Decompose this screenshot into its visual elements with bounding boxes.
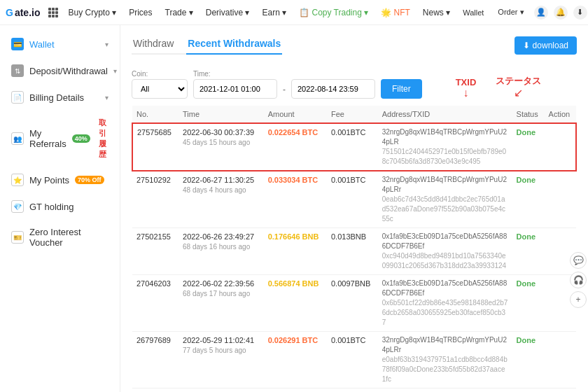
float-icons: 💬 🎧 + [570,252,587,308]
tab-withdraw[interactable]: Withdraw [132,34,175,55]
nav-copy-trading[interactable]: 📋 Copy Trading ▾ [295,6,372,19]
cell-amount: 4.388206 BNB [264,388,327,393]
main-content: Withdraw Recent Withdrawals ⬇ download C… [120,25,588,392]
bell-icon[interactable]: 🔔 [554,6,568,20]
nav-derivative[interactable]: Derivative ▾ [202,6,254,19]
float-headset-icon[interactable]: 🎧 [570,272,587,288]
sidebar-item-voucher[interactable]: 🎫 Zero Interest Voucher [0,220,120,255]
points-icon: ⭐ [11,174,24,186]
cell-time: 2022-06-30 00:37:39 45 days 15 hours ago [178,123,264,171]
table-row: 27046203 2022-06-02 22:39:56 68 days 17 … [132,275,576,332]
status-annotation-wrapper: ステータス ↙ [496,75,541,99]
top-nav: Gate.io Buy Crypto ▾ Prices Trade ▾ Deri… [0,0,588,25]
cell-txid: 32nrgDg8qxW1B4qTRBCpWrgmYPuU24pLR 751501… [378,123,512,171]
cell-action [545,388,576,393]
download-button[interactable]: ⬇ download [514,36,577,55]
sidebar-referral-label: My Referrals [29,128,66,149]
sidebar-item-points[interactable]: ⭐ My Points 70% Off [0,167,120,193]
cell-status: Done [512,275,545,332]
filter-dash: - [283,85,286,99]
header-row: Withdraw Recent Withdrawals ⬇ download [132,34,577,63]
cell-txid: 32nrgDg8qxW1B4qTRBCpWrgmYPuU24pLRr e0abf… [378,332,512,388]
wallet-arrow: ▾ [105,41,108,48]
cell-amount: 0.176646 BNB [264,228,327,275]
cell-time: 2022-06-26 23:49:27 68 days 16 hours ago [178,228,264,275]
col-action: Action [545,106,576,123]
nav-buy-crypto[interactable]: Buy Crypto ▾ [64,6,120,19]
filter-row: Coin: All BTC BNB Time: - Filter TXID [132,70,577,99]
cell-txid: 0x1fa9bE3cEb09D1a75ceDbA5256fA886DCDF7B6… [378,275,512,332]
cell-status: Done [512,171,545,228]
nav-order[interactable]: Order ▾ [493,6,528,18]
sidebar-item-deposit[interactable]: ⇅ Deposit/Withdrawal ▾ [0,57,120,84]
coin-label: Coin: [132,70,188,78]
referral-icon: 👥 [11,132,24,145]
sidebar-points-label: My Points [29,175,69,186]
cell-fee: 0.0097BNB [327,275,378,332]
sidebar-item-gt[interactable]: 💎 GT holding [0,193,120,220]
cell-fee: 0.001BTC [327,123,378,171]
nav-prices[interactable]: Prices [125,6,156,19]
table-row: 27575685 2022-06-30 00:37:39 45 days 15 … [132,123,576,171]
cell-no: 26647874 [132,388,178,393]
coin-select[interactable]: All BTC BNB [132,79,188,99]
billing-icon: 📄 [11,91,24,104]
layout: 💳 Wallet ▾ ⇅ Deposit/Withdrawal ▾ 📄 Bill… [0,25,588,392]
cell-time: 2022-05-29 11:02:41 77 days 5 hours ago [178,332,264,388]
download-icon[interactable]: ⬇ [573,6,587,20]
cell-txid: 0x1fa9bE3cEb09D1a75ceDbA5256fA886DCDF7B6… [378,388,512,393]
sidebar-voucher-label: Zero Interest Voucher [29,227,108,248]
time-label: Time: [193,70,277,78]
sidebar: 💳 Wallet ▾ ⇅ Deposit/Withdrawal ▾ 📄 Bill… [0,25,120,392]
col-amount: Amount [264,106,327,123]
wallet-icon: 💳 [11,38,24,50]
col-status: Status [512,106,545,123]
nav-news[interactable]: News ▾ [419,6,454,19]
nav-trade[interactable]: Trade ▾ [161,6,197,19]
sidebar-item-billing[interactable]: 📄 Billing Details ▾ [0,84,120,111]
sidebar-item-referrals[interactable]: 👥 My Referrals 40% 取引履歴 [0,111,120,167]
coin-filter-group: Coin: All BTC BNB [132,70,188,99]
float-chat-icon[interactable]: 💬 [570,252,587,269]
withdrawals-table-container: No. Time Amount Fee Address/TXID Status … [132,106,577,392]
cell-amount: 0.033034 BTC [264,171,327,228]
time-to-input[interactable] [291,79,375,99]
trade-history-annotation: 取引履歴 [99,118,108,160]
table-row: 26647874 2022-05-24 22:29:16 81 days 17 … [132,388,576,393]
status-annotation-text: ステータス [496,76,541,86]
cell-action [545,171,576,228]
nav-right: Wallet Order ▾ 👤 🔔 ⬇ 🌙 🌐 📱 🔍 [458,6,588,20]
cell-no: 27510292 [132,171,178,228]
col-fee: Fee [327,106,378,123]
table-row: 27502155 2022-06-26 23:49:27 68 days 16 … [132,228,576,275]
cell-txid: 32nrgDg8qxW1B4qTRBCpWrgmYPuU24pLRr 0eab6… [378,171,512,228]
cell-fee: 0.013BNB [327,228,378,275]
gt-icon: 💎 [11,200,24,213]
col-time: Time [178,106,264,123]
sidebar-item-wallet[interactable]: 💳 Wallet ▾ [0,31,120,57]
billing-arrow: ▾ [105,94,108,102]
user-icon[interactable]: 👤 [534,6,548,20]
cell-no: 27046203 [132,275,178,332]
nav-earn[interactable]: Earn ▾ [258,6,290,19]
cell-action [545,123,576,171]
float-plus-icon[interactable]: + [570,291,587,308]
cell-txid: 0x1fa9bE3cEb09D1a75ceDbA5256fA886DCDF7B6… [378,228,512,275]
cell-no: 27502155 [132,228,178,275]
cell-time: 2022-06-27 11:30:25 48 days 4 hours ago [178,171,264,228]
logo[interactable]: Gate.io [6,7,40,18]
tab-recent-withdrawals[interactable]: Recent Withdrawals [186,34,282,55]
grid-icon[interactable] [47,6,59,19]
nav-wallet[interactable]: Wallet [458,7,488,18]
points-badge: 70% Off [75,176,104,184]
deposit-icon: ⇅ [11,64,24,77]
nav-nft[interactable]: 🌟 NFT [377,6,414,19]
cell-no: 27575685 [132,123,178,171]
filter-button[interactable]: Filter [381,79,422,99]
withdrawals-table: No. Time Amount Fee Address/TXID Status … [132,106,577,392]
cell-status: Done [512,123,545,171]
tabs: Withdraw Recent Withdrawals [132,34,282,55]
table-row: 26797689 2022-05-29 11:02:41 77 days 5 h… [132,332,576,388]
time-from-input[interactable] [193,79,277,99]
voucher-icon: 🎫 [11,231,24,244]
